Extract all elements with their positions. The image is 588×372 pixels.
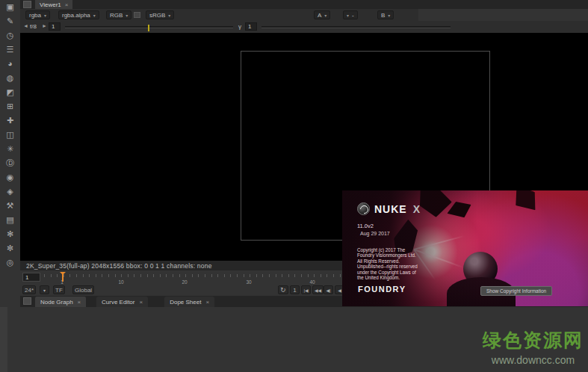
fps-dropdown-icon[interactable]: ▾: [40, 285, 49, 294]
buffer-a-select[interactable]: A ▾: [314, 10, 330, 19]
buffer-b-value: B: [381, 12, 385, 19]
gamma-value-field[interactable]: 1: [245, 22, 257, 31]
chevron-down-icon: ▾: [44, 13, 46, 18]
tab-node-graph[interactable]: Node Graph×: [35, 297, 86, 307]
metadata-icon[interactable]: ◈: [0, 185, 20, 199]
show-copyright-button[interactable]: Show Copyright Information: [480, 286, 552, 296]
copyright-text: Copyright (c) 2017 The Foundry Visionmon…: [357, 247, 420, 280]
tab-viewer1[interactable]: Viewer1 ×: [35, 0, 72, 9]
layer-select[interactable]: rgba.alpha ▾: [58, 10, 99, 19]
node-toolbar: ▣✎◷☰◕◍◩⊞✚◫✳Ⓓ◉◈⚒▤✻✼◎: [0, 0, 20, 270]
close-icon[interactable]: ×: [78, 299, 81, 306]
gamma-label: γ: [238, 23, 241, 30]
close-icon[interactable]: ×: [65, 1, 69, 8]
viewer-process-value: sRGB: [149, 12, 165, 19]
channels-select[interactable]: rgba ▾: [25, 10, 50, 19]
deep-icon[interactable]: Ⓓ: [0, 156, 20, 170]
close-icon[interactable]: ×: [139, 299, 143, 306]
particles-icon[interactable]: ✳: [0, 142, 20, 156]
nukex-logo: NUKE X: [357, 202, 420, 215]
range-mode-select[interactable]: TF: [53, 285, 65, 294]
viewer-toolbar: rgba ▾ rgba.alpha ▾ RGB ▾ sRGB ▾ A ▾ ▾ -…: [20, 9, 418, 21]
product-name: NUKE: [374, 203, 407, 215]
wipe-mode-value: -: [352, 12, 354, 19]
gamma-toggle-icon[interactable]: [134, 12, 140, 18]
tab-label: Curve Editor: [102, 299, 134, 306]
gain-value-field[interactable]: 1: [49, 22, 61, 31]
prev-keyframe-button[interactable]: ◀◀: [312, 285, 324, 294]
3d-icon[interactable]: ◫: [0, 128, 20, 142]
debris-shape: [507, 190, 544, 217]
close-icon[interactable]: ×: [205, 299, 209, 306]
nuke-window: ▣✎◷☰◕◍◩⊞✚◫✳Ⓓ◉◈⚒▤✻✼◎ Viewer1 × rgba ▾ rgb…: [0, 0, 588, 372]
current-frame-field[interactable]: 1: [22, 273, 40, 282]
time-icon[interactable]: ◷: [0, 28, 20, 43]
watermark-site-name: 绿色资源网: [483, 328, 584, 353]
channel-icon[interactable]: ☰: [0, 43, 20, 57]
foundry-orb-icon: [357, 202, 370, 215]
buffer-b-select[interactable]: B ▾: [377, 10, 394, 19]
wipe-mode-select[interactable]: ▾ -: [343, 10, 358, 19]
product-edition: X: [413, 203, 420, 215]
step-back-button[interactable]: ◀|: [324, 285, 333, 294]
draw-icon[interactable]: ✎: [0, 14, 20, 28]
frame-range-select[interactable]: Global: [72, 285, 94, 294]
watermark: 绿色资源网 www.downcc.com: [483, 328, 584, 366]
channels-value: rgba: [29, 12, 41, 19]
pane-menu-icon[interactable]: [23, 1, 31, 8]
viewer-exposure-bar: ◄ f/8 ► 1 γ 1: [20, 21, 588, 33]
gain-label: f/8: [30, 23, 37, 30]
frame-step-field[interactable]: 1: [290, 285, 300, 294]
chevron-down-icon: ▾: [126, 13, 128, 18]
display-mode-select[interactable]: RGB ▾: [106, 10, 131, 19]
viewer-tabbar: Viewer1 ×: [20, 0, 588, 9]
loop-mode-button[interactable]: ↻: [278, 285, 288, 294]
chevron-down-icon: ▾: [93, 13, 96, 18]
gain-slider-handle[interactable]: [148, 25, 149, 31]
tab-dope-sheet[interactable]: Dope Sheet×: [164, 297, 214, 307]
toolsets-icon[interactable]: ⚒: [0, 199, 20, 213]
watermark-site-url: www.downcc.com: [483, 354, 584, 366]
merge-icon[interactable]: ⊞: [0, 99, 20, 114]
views-icon[interactable]: ◉: [0, 170, 20, 185]
gain-slider[interactable]: [65, 26, 233, 28]
gain-next-button[interactable]: ►: [42, 23, 47, 28]
plugins-icon[interactable]: ✼: [0, 241, 20, 255]
viewer-toolbar-spacer: [418, 9, 588, 21]
keyer-icon[interactable]: ◩: [0, 85, 20, 99]
splash-screen: NUKE X 11.0v2 Aug 29 2017 Copyright (c) …: [342, 190, 588, 306]
tab-curve-editor[interactable]: Curve Editor×: [96, 297, 148, 307]
viewer-process-select[interactable]: sRGB ▾: [146, 10, 174, 19]
tab-label: Dope Sheet: [170, 299, 201, 306]
chevron-down-icon: ▾: [168, 13, 170, 18]
image-icon[interactable]: ▣: [0, 0, 20, 14]
playhead[interactable]: [62, 272, 64, 282]
fps-select[interactable]: 24*: [22, 285, 36, 294]
viewer-tab-label: Viewer1: [40, 1, 61, 8]
panel-left-edge: [0, 307, 7, 372]
buffer-a-value: A: [318, 12, 321, 19]
goto-start-button[interactable]: |◀: [301, 285, 311, 294]
filter-icon[interactable]: ◍: [0, 71, 20, 85]
version-text: 11.0v2: [357, 223, 374, 229]
chevron-down-icon: ▾: [388, 13, 390, 18]
tab-label: Node Graph: [40, 299, 73, 306]
ofx-icon[interactable]: ✻: [0, 227, 20, 241]
display-mode-value: RGB: [110, 12, 123, 19]
format-info-text: 2K_Super_35(full-ap) 2048x1556 bbox: 0 0…: [26, 262, 212, 270]
gamma-slider[interactable]: [261, 26, 451, 28]
layer-value: rgba.alpha: [62, 12, 90, 19]
foundry-brand-text: FOUNDRY: [358, 285, 406, 294]
chevron-down-icon: ▾: [347, 13, 349, 18]
chevron-down-icon: ▾: [324, 13, 327, 18]
build-date-text: Aug 29 2017: [360, 231, 390, 236]
help-icon[interactable]: ◎: [0, 255, 20, 270]
other-icon[interactable]: ▤: [0, 213, 20, 227]
gain-prev-button[interactable]: ◄: [23, 23, 28, 28]
color-icon[interactable]: ◕: [0, 57, 20, 71]
transform-icon[interactable]: ✚: [0, 114, 20, 128]
pane-menu-icon[interactable]: [23, 297, 31, 305]
